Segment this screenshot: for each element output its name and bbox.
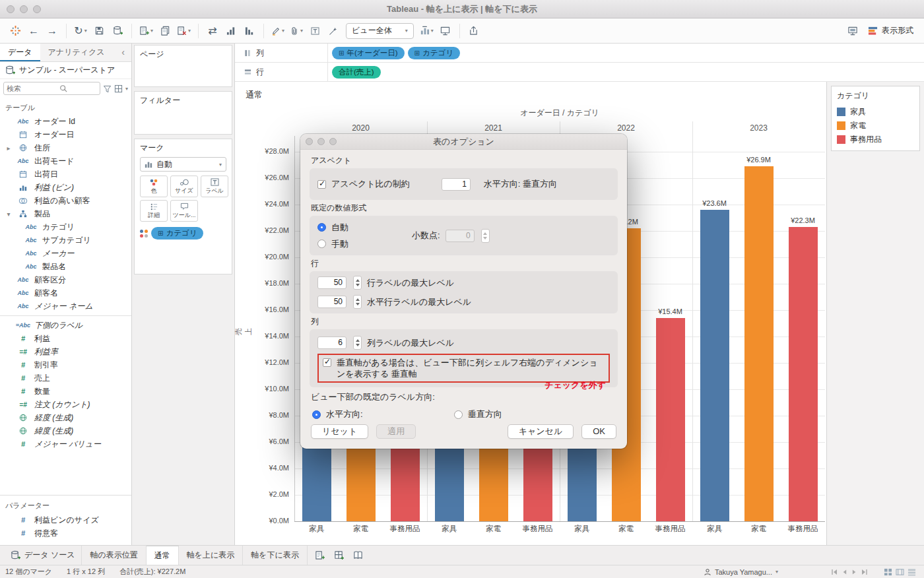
rows-group: 50 行ラベルの最大レベル 50 水平行ラベルの最大レベル <box>310 271 618 313</box>
vertical-direction-radio[interactable] <box>454 410 463 419</box>
columns-group: 6 列ラベルの最大レベル 垂直軸がある場合は、ビュー下部に列シェルフ右端のディメ… <box>310 329 618 387</box>
hrow-levels-input[interactable]: 50 <box>317 296 346 308</box>
dialog-zoom-button[interactable] <box>329 138 337 145</box>
aspect-section-label: アスペクト <box>311 155 616 166</box>
category-label-2023-家具: 家具 <box>692 524 737 534</box>
manual-format-label: 手動 <box>331 238 348 250</box>
category-label-2022-家電: 家電 <box>604 524 648 534</box>
dialog-titlebar: 表のオプション <box>300 134 627 150</box>
aspect-ratio-input[interactable]: 1 <box>442 178 471 191</box>
bar-label-2023-家電: ¥26.9M <box>737 156 781 165</box>
decimal-label: 小数点: <box>412 230 440 241</box>
col-levels-label: 列ラベルの最大レベル <box>367 337 454 349</box>
reset-button[interactable]: リセット <box>311 424 368 439</box>
vertical-direction-label: 垂直方向 <box>468 408 502 420</box>
y-tick-label: ¥4.0M <box>242 464 289 473</box>
y-tick-label: ¥2.0M <box>242 490 289 499</box>
col-levels-input[interactable]: 6 <box>317 337 346 349</box>
group-divider <box>692 121 693 521</box>
y-tick-label: ¥16.0M <box>242 305 289 315</box>
number-format-section-label: 既定の数値形式 <box>311 203 616 214</box>
hrow-levels-label: 水平行ラベルの最大レベル <box>367 296 471 308</box>
y-axis-title: 売上 <box>234 322 244 335</box>
category-label-2021-家電: 家電 <box>471 524 515 534</box>
category-label-2020-事務用品: 事務用品 <box>383 524 427 534</box>
bar-label-2023-家具: ¥23.6M <box>692 199 737 209</box>
year-label-2023: 2023 <box>692 123 825 134</box>
y-tick-label: ¥12.0M <box>242 358 289 368</box>
gridline <box>294 521 825 522</box>
y-tick-label: ¥8.0M <box>242 411 289 420</box>
aspect-group: アスペクト比の制約 1 水平方向: 垂直方向 <box>310 168 618 200</box>
y-tick-label: ¥10.0M <box>242 385 289 394</box>
category-label-2022-家具: 家具 <box>560 524 604 534</box>
category-label-2021-事務用品: 事務用品 <box>515 524 560 534</box>
annotation-text: チェックを外す <box>544 379 606 391</box>
y-tick-label: ¥22.0M <box>242 226 289 236</box>
bar-label-2022-事務用品: ¥15.4M <box>648 307 692 317</box>
aspect-ratio-checkbox[interactable] <box>317 180 326 189</box>
horizontal-direction-radio[interactable] <box>312 410 321 419</box>
year-label-2021: 2021 <box>427 123 560 134</box>
dialog-minimize-button[interactable] <box>317 138 325 145</box>
y-tick-label: ¥24.0M <box>242 200 289 209</box>
cancel-button[interactable]: キャンセル <box>508 424 574 439</box>
category-label-2020-家具: 家具 <box>294 524 339 534</box>
year-label-2022: 2022 <box>560 123 692 134</box>
highlighted-option-box: 垂直軸がある場合は、ビュー下部に列シェルフ右端のディメンションを表示する 垂直軸 <box>317 354 610 383</box>
row-levels-input[interactable]: 50 <box>317 276 346 289</box>
year-label-2020: 2020 <box>294 123 427 134</box>
manual-format-radio[interactable] <box>317 240 326 248</box>
bar-2023-家電[interactable] <box>744 166 774 521</box>
decimal-stepper[interactable] <box>481 229 490 243</box>
aspect-direction-label: 水平方向: 垂直方向 <box>484 178 557 190</box>
dialog-close-button[interactable] <box>306 138 313 145</box>
col-levels-stepper[interactable] <box>353 336 362 350</box>
y-tick-label: ¥20.0M <box>242 253 289 262</box>
tableau-window: Tableau - 軸を上に表示 | 軸を下に表示 ←→↻▾▾▾⇄▾▾ビュー全体… <box>0 0 924 578</box>
auto-format-radio[interactable] <box>317 223 326 232</box>
y-tick-label: ¥18.0M <box>242 279 289 288</box>
label-direction-label: ビュー下部の既定のラベル方向: <box>311 391 616 403</box>
category-label-2020-家電: 家電 <box>339 524 383 534</box>
hrow-levels-stepper[interactable] <box>353 295 362 309</box>
row-levels-label: 行ラベルの最大レベル <box>367 277 454 289</box>
table-options-dialog: 表のオプション アスペクト アスペクト比の制約 1 水平方向: 垂直方向 既定の… <box>300 134 627 449</box>
decimal-input[interactable]: 0 <box>446 230 475 242</box>
rows-section-label: 行 <box>311 258 616 269</box>
bar-2022-事務用品[interactable] <box>656 318 685 521</box>
y-tick-label: ¥0.0M <box>242 517 289 526</box>
row-levels-stepper[interactable] <box>353 276 362 290</box>
aspect-ratio-label: アスペクト比の制約 <box>331 178 410 190</box>
y-tick-label: ¥6.0M <box>242 437 289 447</box>
bar-label-2023-事務用品: ¥22.3M <box>781 216 825 226</box>
dialog-title: 表のオプション <box>300 136 627 148</box>
y-tick-label: ¥28.0M <box>242 147 289 156</box>
auto-format-label: 自動 <box>331 222 348 234</box>
y-axis-line <box>294 136 295 521</box>
category-label-2023-事務用品: 事務用品 <box>781 524 825 534</box>
number-format-group: 自動 手動 小数点: 0 <box>310 216 618 255</box>
category-label-2021-家具: 家具 <box>427 524 471 534</box>
category-label-2022-事務用品: 事務用品 <box>648 524 692 534</box>
ok-button[interactable]: OK <box>581 424 616 439</box>
category-label-2023-家電: 家電 <box>737 524 781 534</box>
vertical-axis-checkbox[interactable] <box>323 358 331 367</box>
y-tick-label: ¥26.0M <box>242 174 289 183</box>
chart-column-header: オーダー日 / カテゴリ <box>294 108 825 118</box>
columns-section-label: 列 <box>311 316 616 327</box>
horizontal-direction-label: 水平方向: <box>326 408 363 420</box>
bar-2023-事務用品[interactable] <box>789 227 818 521</box>
vertical-axis-checkbox-label: 垂直軸がある場合は、ビュー下部に列シェルフ右端のディメンションを表示する 垂直軸 <box>337 357 605 379</box>
apply-button[interactable]: 適用 <box>376 424 416 439</box>
bar-2023-家具[interactable] <box>700 210 729 521</box>
